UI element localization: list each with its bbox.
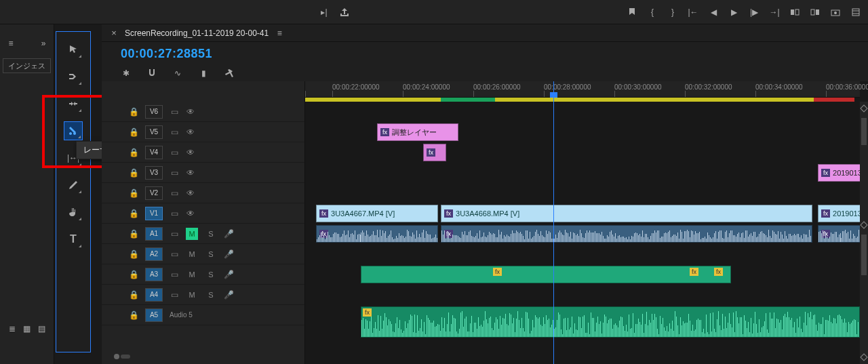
clip-lane-a1[interactable]: fx fx fx <box>305 224 860 244</box>
export-icon[interactable] <box>339 7 350 18</box>
time-ruler[interactable]: 00:00:22:00000 00:00:24:00000 00:00:26:0… <box>305 81 860 98</box>
clip-a1a[interactable]: fx <box>316 225 438 243</box>
mute-button[interactable]: M <box>186 289 198 301</box>
solo-button[interactable]: S <box>205 289 217 301</box>
selection-tool[interactable] <box>64 40 83 59</box>
sync-icon[interactable]: ▭ <box>170 229 179 239</box>
track-head-a1[interactable]: 🔒A1▭MS🎤 <box>102 224 304 243</box>
mic-icon[interactable]: 🎤 <box>224 229 233 239</box>
clip-adjustment-small[interactable]: fx <box>423 144 446 161</box>
track-head-v2[interactable]: 🔒V2▭👁 <box>102 183 304 203</box>
extract-icon[interactable] <box>810 7 821 18</box>
clip-lane-v1[interactable]: fx3U3A4667.MP4 [V] fx3U3A4668.MP4 [V] fx… <box>305 203 860 224</box>
track-label[interactable]: A3 <box>145 268 163 281</box>
clip-v1a[interactable]: fx3U3A4667.MP4 [V] <box>316 205 438 222</box>
scroll-diamond-icon[interactable] <box>860 221 867 228</box>
clip-a1b[interactable]: fx <box>441 225 812 243</box>
track-head-v6[interactable]: 🔒V6▭👁 <box>102 102 304 121</box>
mute-button[interactable]: M <box>186 248 198 260</box>
sync-icon[interactable]: ▭ <box>170 188 179 198</box>
v-scrollbar[interactable] <box>860 102 868 364</box>
track-head-v5[interactable]: 🔒V5▭👁 <box>102 122 304 142</box>
mic-icon[interactable]: 🎤 <box>224 270 233 279</box>
in-point-icon[interactable]: { <box>647 7 658 18</box>
go-in-icon[interactable]: |← <box>688 7 698 18</box>
clip-lane-v6[interactable] <box>305 102 860 122</box>
sync-icon[interactable]: ▭ <box>170 107 179 117</box>
lock-icon[interactable]: 🔒 <box>129 229 138 239</box>
clip-a3[interactable]: fxfxfx <box>361 266 731 283</box>
scroll-diamond-icon[interactable] <box>860 104 867 112</box>
clip-a5[interactable]: fx <box>361 306 860 338</box>
type-tool[interactable]: T <box>64 230 83 249</box>
ingest-button[interactable]: インジェス <box>3 58 51 73</box>
clip-lane-a4[interactable] <box>305 285 860 305</box>
timecode-display[interactable]: 00:00:27:28851 <box>121 47 212 61</box>
lock-icon[interactable]: 🔒 <box>129 168 138 178</box>
track-label[interactable]: V3 <box>145 166 163 180</box>
track-head-a5[interactable]: 🔒A5Audio 5 <box>102 305 304 325</box>
sync-icon[interactable]: ▭ <box>170 249 179 259</box>
lock-icon[interactable]: 🔒 <box>129 249 138 259</box>
lift-icon[interactable] <box>789 7 800 18</box>
clip-lane-v3[interactable]: fx20190130 <box>305 163 860 183</box>
eye-icon[interactable]: 👁 <box>186 107 195 117</box>
lock-icon[interactable]: 🔒 <box>129 310 138 320</box>
solo-button[interactable]: S <box>205 268 217 281</box>
track-label[interactable]: A1 <box>145 227 163 241</box>
eye-icon[interactable]: 👁 <box>186 168 195 178</box>
clip-adjustment[interactable]: fx調整レイヤー <box>377 123 458 141</box>
ripple-edit-tool[interactable] <box>64 94 83 113</box>
track-label[interactable]: V4 <box>145 146 163 159</box>
sync-icon[interactable]: ▭ <box>170 148 179 157</box>
clip-lane-a2[interactable] <box>305 244 860 264</box>
track-select-tool[interactable] <box>64 67 83 86</box>
track-head-v4[interactable]: 🔒V4▭👁 <box>102 142 304 162</box>
track-label[interactable]: V5 <box>145 125 163 139</box>
razor-tool[interactable] <box>64 121 83 140</box>
freeform-icon[interactable]: ▤ <box>37 323 47 334</box>
sync-icon[interactable]: ▭ <box>170 168 179 178</box>
track-label[interactable]: V6 <box>145 105 163 119</box>
eye-icon[interactable]: 👁 <box>186 209 195 218</box>
play-right-icon[interactable]: ▸| <box>319 7 330 18</box>
solo-button[interactable]: S <box>205 248 217 260</box>
h-scrollbar-head[interactable] <box>114 353 304 360</box>
sequence-title[interactable]: ScreenRecording_01-11-2019 20-00-41 <box>125 28 269 38</box>
mic-icon[interactable]: 🎤 <box>224 249 233 259</box>
lock-icon[interactable]: 🔒 <box>129 127 138 137</box>
clip-v1b[interactable]: fx3U3A4668.MP4 [V] <box>441 205 812 222</box>
track-label[interactable]: V2 <box>145 186 163 200</box>
playhead[interactable] <box>553 81 554 364</box>
scroll-diamond-icon[interactable] <box>860 353 867 361</box>
markers-icon[interactable]: ▮ <box>198 68 209 79</box>
clip-lane-v4[interactable]: fx <box>305 142 860 163</box>
track-label[interactable]: A4 <box>145 288 163 302</box>
camera-icon[interactable] <box>830 7 841 18</box>
lock-icon[interactable]: 🔒 <box>129 148 138 157</box>
eye-icon[interactable]: 👁 <box>186 188 195 198</box>
scroll-thumb[interactable] <box>861 235 867 275</box>
track-head-a4[interactable]: 🔒A4▭MS🎤 <box>102 285 304 304</box>
track-head-a2[interactable]: 🔒A2▭MS🎤 <box>102 244 304 264</box>
sync-icon[interactable]: ▭ <box>170 127 179 137</box>
panel-menu-icon[interactable]: ≡ <box>5 38 16 49</box>
track-label[interactable]: A2 <box>145 247 163 261</box>
lock-icon[interactable]: 🔒 <box>129 188 138 198</box>
track-head-v1[interactable]: 🔒V1▭👁 <box>102 203 304 223</box>
clip-lane-v2[interactable] <box>305 183 860 203</box>
settings-icon[interactable] <box>224 68 235 79</box>
solo-button[interactable]: S <box>205 228 217 240</box>
eye-icon[interactable]: 👁 <box>186 127 195 137</box>
track-head-a3[interactable]: 🔒A3▭MS🎤 <box>102 264 304 284</box>
clip-lane-a5[interactable]: fx <box>305 305 860 339</box>
clip-lane-a3[interactable]: fxfxfx <box>305 264 860 285</box>
magnet-icon[interactable] <box>146 68 157 79</box>
play-icon[interactable]: ▶ <box>728 7 739 18</box>
list-view-icon[interactable]: ≣ <box>7 323 18 334</box>
track-label[interactable]: V1 <box>145 207 163 220</box>
film-icon[interactable] <box>850 7 861 18</box>
snap-icon[interactable]: ✱ <box>121 68 132 79</box>
lock-icon[interactable]: 🔒 <box>129 107 138 117</box>
sync-icon[interactable]: ▭ <box>170 270 179 279</box>
